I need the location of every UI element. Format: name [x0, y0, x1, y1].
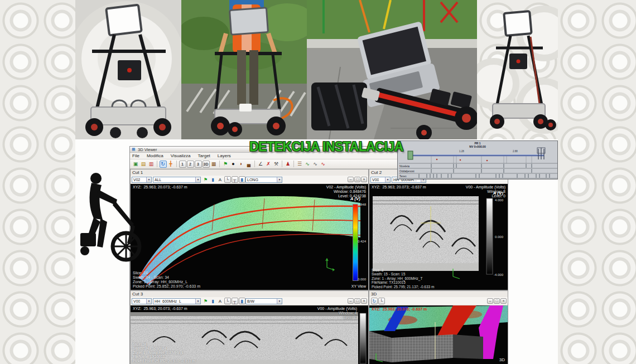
cut2-colorbar-mid: 0.000	[495, 235, 503, 239]
collage-page: DETEKCIJA INSTALACIJA ▦ 3D Viewer	[0, 0, 636, 364]
cut3-channel-select[interactable]: V00 ▼	[132, 298, 152, 304]
cut3-grid-button[interactable]: ┬	[232, 298, 238, 304]
cut1-colorbar-min: 0.000	[358, 278, 366, 281]
chevron-down-icon: ▼	[195, 299, 200, 304]
cut1-view-mode-select[interactable]: LONG ▼	[245, 177, 282, 183]
cut1-window-buttons: – □ ×	[347, 177, 367, 182]
measure-angle-icon[interactable]: ∠	[257, 161, 264, 168]
cut3-label: Cut 3	[132, 292, 143, 297]
map-view-icon[interactable]: ▦	[210, 161, 218, 168]
window-title: 3D Viewer	[138, 147, 157, 152]
drawing-row-niveleta: Niveleta	[399, 164, 409, 168]
page-title: DETEKCIJA INSTALACIJA	[249, 139, 403, 154]
cut1-viewport[interactable]: XYZ: 25.963; 20.073; -0.637 m V02 - Ampl…	[131, 184, 368, 290]
minimize-button[interactable]: –	[487, 298, 493, 304]
menu-visualizza[interactable]: Visualizza	[171, 153, 191, 158]
chevron-down-icon: ▼	[277, 177, 282, 182]
3d-viewport[interactable]: XYZ: 25.963; 20.073; -0.637 m 3D	[369, 305, 508, 364]
cut1-view-label: XY View	[351, 284, 366, 289]
graph-remove-icon[interactable]: ∿	[320, 161, 327, 168]
cut3-viewport[interactable]: XYZ: 25.963; 20.073; -0.637 m V00 - Ampl…	[131, 305, 368, 364]
pick-tool-icon[interactable]: ⚒	[273, 161, 280, 168]
layers-database-icon[interactable]: ☰	[296, 161, 303, 168]
toolbar-separator	[254, 161, 255, 167]
graph-view-icon[interactable]: ∿	[312, 161, 319, 168]
drawing-row-oddaljenost: Oddaljenost	[399, 169, 415, 173]
cut3-xyz-readout: XYZ: 25.963; 20.073; -0.637 m	[133, 307, 187, 311]
cut1-level-icon[interactable]: ▮	[210, 176, 216, 183]
chevron-down-icon: ▼	[195, 177, 200, 182]
minimize-button[interactable]: –	[348, 298, 354, 304]
3d-rotate-button[interactable]: ↻	[371, 298, 378, 304]
3d-view-label: 3D	[499, 358, 505, 362]
photo-rugged-laptop-gpr	[307, 0, 477, 139]
restore-button[interactable]: □	[354, 298, 360, 304]
panel-cut1: Cut 1 V02 ▼ ALL ▼ ⚑ ▮ A └ ┬ ▮ LONG	[130, 169, 369, 290]
view-layout-3-button[interactable]: 3	[195, 161, 202, 168]
refresh-icon[interactable]: ↻	[160, 161, 167, 168]
worker-silhouette	[77, 168, 144, 268]
chevron-down-icon: ▼	[277, 299, 282, 304]
view-layout-1-button[interactable]: 1	[179, 161, 186, 168]
target-flag-icon[interactable]: ⚑	[222, 161, 229, 168]
target-pipe-icon[interactable]: ◗	[238, 161, 245, 168]
menu-target[interactable]: Target	[198, 153, 210, 158]
pan-icon[interactable]: ╋	[167, 161, 175, 168]
photo-operator-orange-vest	[181, 0, 307, 139]
view-layout-3d-button[interactable]: 3D	[203, 161, 210, 168]
cut3-font-icon[interactable]: A	[217, 298, 224, 304]
delete-target-icon[interactable]: ✗	[265, 161, 272, 168]
cut1-grid-button[interactable]: ┬	[232, 176, 238, 183]
cut3-palette-button[interactable]: ▮	[239, 298, 245, 304]
cut2-channel-select[interactable]: V00 ▼	[370, 177, 391, 183]
operator-icon[interactable]: ♟	[285, 161, 292, 168]
cut2-colorbar-title: A (V)	[493, 191, 503, 196]
menu-layers[interactable]: Layers	[218, 153, 231, 158]
panel-3d: 3D ↻ └ – □ ×	[369, 290, 508, 364]
report-icon[interactable]: ▥	[148, 161, 155, 168]
cut3-palette-select[interactable]: B/W ▼	[245, 298, 282, 304]
cut3-array-select[interactable]: HH_600MHz_L ▼	[153, 298, 201, 304]
close-button[interactable]: ×	[500, 298, 507, 304]
restore-button[interactable]: □	[354, 177, 360, 182]
3d-layers-button[interactable]: └	[378, 298, 385, 304]
cut3-status-readout: Slice: 34 Swath: 34 - Scan: 34 Zone: 1 -…	[133, 342, 195, 363]
toolbar-separator	[176, 161, 177, 167]
target-sphere-icon[interactable]: ●	[230, 161, 237, 168]
pipe-stack-background-left	[0, 0, 75, 364]
menu-modifica[interactable]: Modifica	[147, 153, 163, 158]
cut1-border-button[interactable]: └	[224, 176, 231, 183]
cut3-level-icon[interactable]: ▮	[210, 298, 216, 304]
cut2-colorbar-max: 4.000	[495, 198, 503, 202]
close-button[interactable]: ×	[361, 177, 367, 182]
cut1-status-readout: Slice: 24 Swath: 04 - Scan: 34 Zone: 1 -…	[133, 271, 200, 289]
cut1-palette-button[interactable]: ▮	[239, 176, 245, 183]
cut1-array-select[interactable]: ALL ▼	[153, 177, 201, 183]
target-soil-icon[interactable]: ▄	[245, 161, 253, 168]
3d-toolbar: ↻ └ – □ ×	[369, 297, 508, 305]
cut1-flag-icon[interactable]: ⚑	[203, 176, 209, 183]
import-data-icon[interactable]: ▤	[140, 161, 147, 168]
menu-file[interactable]: File	[132, 153, 139, 158]
chevron-down-icon: ▼	[385, 177, 390, 182]
cut3-flag-icon[interactable]: ⚑	[203, 298, 209, 304]
cut1-toolbar: V02 ▼ ALL ▼ ⚑ ▮ A └ ┬ ▮ LONG ▼ –	[131, 176, 368, 184]
cut2-colorbar-min: -4.000	[494, 273, 503, 276]
open-project-icon[interactable]: ▣	[132, 161, 139, 168]
drawing-row-teren: Teren	[399, 174, 407, 178]
toolbar-separator	[157, 161, 157, 167]
close-button[interactable]: ×	[361, 298, 367, 304]
3d-label: 3D	[371, 292, 377, 297]
restore-button[interactable]: □	[494, 298, 500, 304]
3d-xyz-readout: XYZ: 25.963; 20.073; -0.637 m	[372, 307, 427, 312]
toolbar-separator	[293, 161, 294, 167]
cut2-viewport[interactable]: XYZ: 25.963; 20.073; -0.637 m V00 - Ampl…	[369, 184, 508, 290]
cut3-border-button[interactable]: └	[224, 298, 231, 304]
cut1-font-icon[interactable]: A	[217, 176, 224, 183]
cut1-colorbar-mid: 0.424	[358, 240, 366, 243]
cut3-window-level-info: V00 - Amplitude (Volts) Window: 4 Level:…	[317, 307, 357, 320]
view-layout-2-button[interactable]: 2	[187, 161, 194, 168]
minimize-button[interactable]: –	[348, 177, 354, 182]
graph-add-icon[interactable]: ∿	[304, 161, 311, 168]
panel-cut3: Cut 3 V00 ▼ HH_600MHz_L ▼ ⚑ ▮ A └ ┬ ▮ B/…	[130, 290, 369, 364]
